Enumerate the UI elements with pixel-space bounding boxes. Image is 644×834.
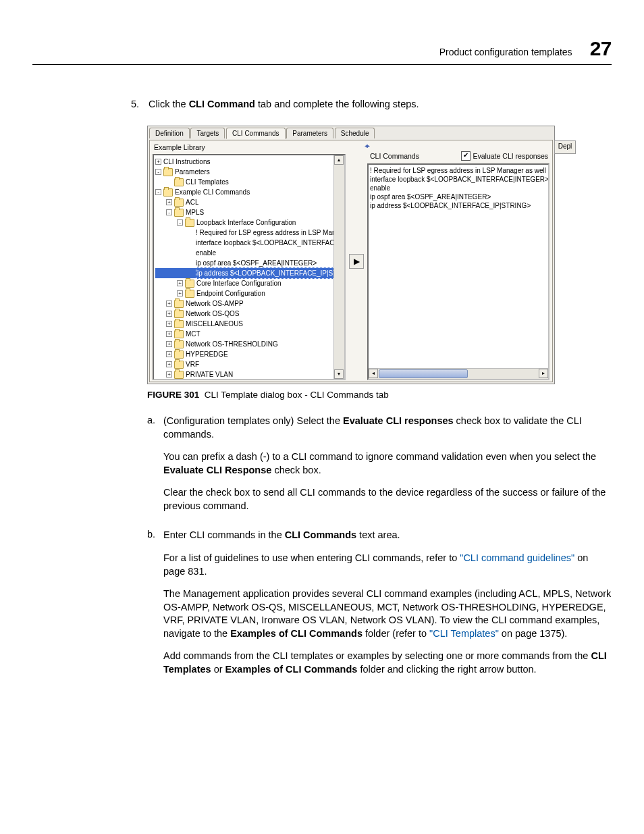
expand-icon[interactable]: +	[166, 311, 172, 317]
tree-row[interactable]: +Network OS-AMPP	[155, 298, 343, 309]
evaluate-cli-checkbox[interactable]: ✔ Evaluate CLI responses	[461, 151, 548, 161]
tree-row[interactable]: enable	[155, 248, 343, 258]
code-line: enable	[370, 184, 547, 192]
tree-scroll-area[interactable]: +CLI Instructions-ParametersCLI Template…	[153, 154, 346, 380]
substep-a: a. (Configuration templates only) Select…	[147, 415, 612, 522]
tab-definition[interactable]: Definition	[149, 128, 190, 138]
sb-p4e: folder and clicking the right arrow butt…	[357, 664, 536, 675]
tree-row[interactable]: +Endpoint Configuration	[155, 288, 343, 298]
tab-cli-commands[interactable]: CLI Commands	[226, 128, 285, 139]
tree-row[interactable]: ! Required for LSP egress address in LSP…	[155, 228, 343, 238]
expand-icon[interactable]: +	[166, 361, 172, 367]
tree-row[interactable]: ip ospf area $<OSPF_AREA|INTEGER>	[155, 258, 343, 268]
tree-row[interactable]: -Parameters	[155, 167, 343, 177]
sa-p3: Clear the check box to send all CLI comm…	[163, 486, 612, 513]
sb-p4a: Add commands from the CLI templates or e…	[163, 650, 591, 661]
step-5: 5. Click the CLI Command tab and complet…	[131, 99, 612, 109]
tree-row[interactable]: +HYPEREDGE	[155, 349, 343, 359]
expand-icon[interactable]: +	[177, 280, 183, 286]
right-arrow-button[interactable]: ▶	[349, 254, 364, 269]
tree-item-label: MPLS	[186, 207, 204, 217]
folder-icon	[185, 290, 194, 298]
folder-icon	[174, 371, 184, 379]
expand-icon[interactable]: +	[166, 351, 172, 357]
scroll-left-button[interactable]: ◂	[369, 369, 378, 378]
tree-item-label: Network OS-AMPP	[186, 298, 244, 309]
tree-row[interactable]: -MPLS	[155, 207, 343, 217]
scroll-thumb[interactable]	[379, 369, 468, 378]
collapse-icon[interactable]: -	[166, 209, 172, 215]
tree-item-label: Core Interface Configuration	[196, 278, 281, 288]
tree-row[interactable]: -Example CLI Commands	[155, 187, 343, 197]
tree-row[interactable]: +MCT	[155, 329, 343, 339]
tree-row[interactable]: -Loopback Interface Configuration	[155, 217, 343, 228]
sb-p1a: Enter CLI commands in the	[163, 529, 285, 540]
expand-icon[interactable]: +	[166, 331, 172, 337]
tree-item-label: Parameters	[175, 167, 210, 177]
expand-icon[interactable]: +	[166, 199, 172, 205]
tree-row[interactable]: ip address $<LOOPBACK_INTERFACE_IP|STRIN…	[155, 268, 343, 278]
sub-steps: a. (Configuration templates only) Select…	[147, 415, 612, 685]
tab-parameters[interactable]: Parameters	[286, 128, 333, 138]
expand-icon[interactable]: +	[155, 159, 161, 165]
sb-p3b: Examples of CLI Commands	[230, 628, 363, 639]
code-line: ip ospf area $<OSPF_AREA|INTEGER>	[370, 192, 547, 201]
expand-icon[interactable]: +	[166, 321, 172, 327]
tree-row[interactable]: +MISCELLANEOUS	[155, 319, 343, 329]
example-library-pane: Example Library +CLI Instructions-Parame…	[150, 140, 347, 382]
tree-row[interactable]: +Network OS-QOS	[155, 309, 343, 319]
tree-spacer	[188, 230, 194, 236]
tree-row[interactable]: +CLI Instructions	[155, 157, 343, 167]
cli-commands-label: CLI Commands	[370, 152, 419, 160]
collapse-icon[interactable]: -	[155, 169, 161, 175]
tree-vertical-scrollbar[interactable]: ▴ ▾	[333, 155, 344, 379]
substep-b: b. Enter CLI commands in the CLI Command…	[147, 529, 612, 685]
page-header: Product configuration templates 27	[32, 37, 612, 60]
expand-icon[interactable]: +	[166, 301, 172, 307]
tree-item-label: ACL	[186, 197, 198, 207]
tree-row[interactable]: interface loopback $<LOOPBACK_INTERFACE|…	[155, 238, 343, 248]
collapse-icon[interactable]: -	[177, 219, 183, 226]
tree-item-label: HYPEREDGE	[186, 349, 228, 359]
evaluate-cli-label: Evaluate CLI responses	[473, 152, 548, 160]
tree-row[interactable]: CLI Templates	[155, 177, 343, 187]
expand-icon[interactable]: +	[166, 371, 172, 377]
deploy-button[interactable]: Depl	[554, 140, 576, 154]
cli-guidelines-link[interactable]: "CLI command guidelines"	[460, 552, 574, 563]
code-line: ip address $<LOOPBACK_INTERFACE_IP|STRIN…	[370, 201, 547, 210]
tree-row[interactable]: +VRF	[155, 359, 343, 369]
scroll-up-button[interactable]: ▴	[334, 155, 344, 165]
tree-row[interactable]: +Network OS-THRESHOLDING	[155, 339, 343, 349]
collapse-icon[interactable]: -	[155, 189, 161, 195]
tab-schedule[interactable]: Schedule	[335, 128, 375, 138]
tree-item-label: ip address $<LOOPBACK_INTERFACE_IP|STRIN…	[196, 267, 343, 279]
expand-icon[interactable]: +	[177, 290, 183, 296]
tab-targets[interactable]: Targets	[190, 128, 225, 138]
folder-icon	[185, 280, 194, 288]
cli-templates-link[interactable]: "CLI Templates"	[429, 628, 499, 639]
code-line: ! Required for LSP egress address in LSP…	[370, 166, 547, 175]
tree-item-label: VRF	[186, 359, 199, 369]
chapter-number: 27	[590, 37, 612, 60]
code-horizontal-scrollbar[interactable]: ◂ ▸	[369, 368, 548, 379]
scroll-down-button[interactable]: ▾	[334, 369, 344, 379]
figure-caption: FIGURE 301 CLI Template dialog box - CLI…	[147, 390, 612, 400]
example-library-label: Example Library	[150, 140, 347, 154]
checkbox-icon: ✔	[461, 151, 471, 161]
scroll-right-button[interactable]: ▸	[539, 369, 548, 378]
folder-icon	[174, 209, 184, 217]
tree-row[interactable]: +PRIVATE VLAN	[155, 369, 343, 380]
expand-icon[interactable]: +	[166, 341, 172, 347]
tree-item-label: ip ospf area $<OSPF_AREA|INTEGER>	[196, 258, 317, 268]
step-text-bold: CLI Command	[189, 99, 255, 109]
cli-pane-header: CLI Commands ✔ Evaluate CLI responses	[366, 150, 552, 162]
sa-p2c: check box.	[271, 465, 321, 475]
splitter-grip[interactable]: ◂▸	[365, 140, 370, 150]
tree-row[interactable]: +Core Interface Configuration	[155, 278, 343, 288]
tree-row[interactable]: +Ironware OS VLAN	[155, 380, 343, 380]
dialog-screenshot: Depl Definition Targets CLI Commands Par…	[147, 126, 555, 384]
cli-commands-textarea[interactable]: ! Required for LSP egress address in LSP…	[367, 163, 549, 380]
tree-row[interactable]: +ACL	[155, 197, 343, 207]
page: Product configuration templates 27 5. Cl…	[0, 0, 644, 834]
sa-p2a: You can prefix a dash (-) to a CLI comma…	[163, 451, 596, 462]
